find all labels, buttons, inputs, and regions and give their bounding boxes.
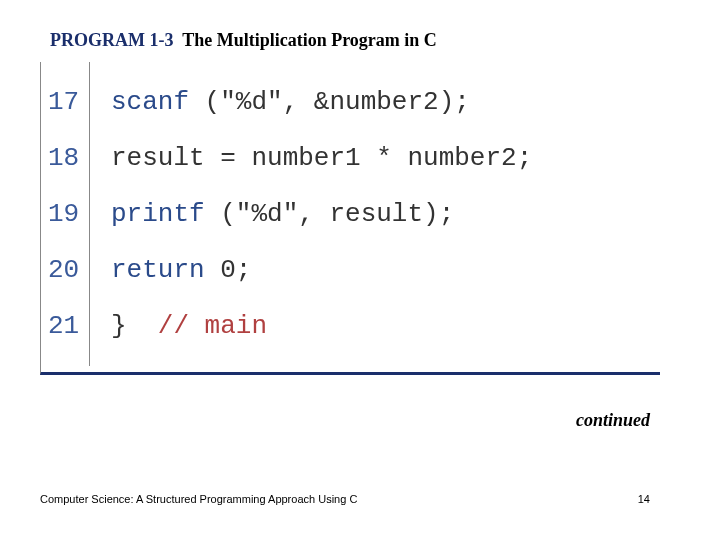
code-line: printf ("%d", result); (111, 186, 660, 242)
program-title: PROGRAM 1-3 The Multiplication Program i… (50, 30, 437, 51)
code-line: result = number1 * number2; (111, 130, 660, 186)
code-line: } // main (111, 298, 660, 354)
code-text: result = number1 * number2; (111, 143, 532, 173)
line-number: 19 (42, 186, 89, 242)
code-line: scanf ("%d", &number2); (111, 74, 660, 130)
code-text: ("%d", &number2); (189, 87, 470, 117)
footer-page-number: 14 (638, 493, 650, 505)
line-number: 18 (42, 130, 89, 186)
code-line: return 0; (111, 242, 660, 298)
line-number-gutter: 17 18 19 20 21 (42, 62, 90, 366)
code-body: scanf ("%d", &number2); result = number1… (111, 62, 660, 354)
footer-book-title: Computer Science: A Structured Programmi… (40, 493, 357, 505)
program-name: The Multiplication Program in C (182, 30, 437, 50)
line-number: 21 (42, 298, 89, 354)
code-text: ("%d", result); (205, 199, 455, 229)
code-text: } (111, 311, 158, 341)
line-number: 17 (42, 74, 89, 130)
code-keyword: scanf (111, 87, 189, 117)
code-keyword: printf (111, 199, 205, 229)
code-container: 17 18 19 20 21 scanf ("%d", &number2); r… (40, 62, 660, 375)
code-text: 0; (205, 255, 252, 285)
continued-label: continued (576, 410, 650, 431)
program-label: PROGRAM 1-3 (50, 30, 173, 50)
code-comment: // main (158, 311, 267, 341)
line-number: 20 (42, 242, 89, 298)
code-keyword: return (111, 255, 205, 285)
